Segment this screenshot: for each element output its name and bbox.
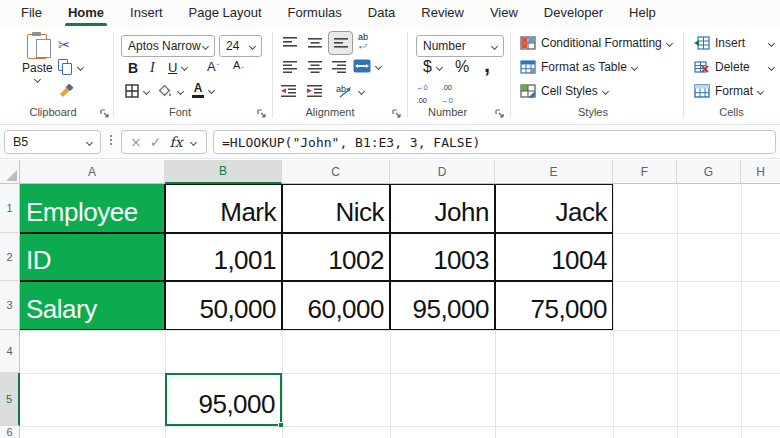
tab-developer[interactable]: Developer bbox=[531, 0, 616, 28]
tab-file[interactable]: File bbox=[8, 0, 55, 28]
gridline bbox=[20, 373, 780, 374]
cell-c3[interactable]: 60,000 bbox=[282, 281, 390, 330]
name-box[interactable]: B5 bbox=[4, 130, 101, 154]
col-header-g[interactable]: G bbox=[677, 160, 741, 184]
cell-a1[interactable]: Employee bbox=[20, 184, 165, 233]
cut-button[interactable]: ✂ bbox=[58, 36, 71, 54]
cell-d1[interactable]: John bbox=[390, 184, 495, 233]
font-family-value: Aptos Narrow bbox=[128, 39, 201, 53]
col-header-c[interactable]: C bbox=[282, 160, 390, 184]
underline-icon: U bbox=[168, 60, 177, 75]
increase-decimal-button[interactable]: ←0 .00 bbox=[416, 84, 428, 104]
formula-input[interactable]: =HLOOKUP("John", B1:E3, 3, FALSE) bbox=[213, 130, 776, 154]
cell-d3[interactable]: 95,000 bbox=[390, 281, 495, 330]
borders-button[interactable] bbox=[125, 84, 149, 98]
col-header-b[interactable]: B bbox=[165, 160, 282, 184]
tab-review[interactable]: Review bbox=[408, 0, 477, 28]
select-all-corner[interactable] bbox=[0, 160, 20, 184]
cell-e2[interactable]: 1004 bbox=[495, 233, 613, 281]
formula-bar-handle[interactable] bbox=[110, 135, 112, 145]
cancel-icon[interactable]: × bbox=[130, 135, 142, 149]
row-header-6[interactable]: 6 bbox=[0, 426, 20, 438]
format-painter-button[interactable] bbox=[58, 84, 75, 100]
tab-formulas[interactable]: Formulas bbox=[275, 0, 355, 28]
enter-icon[interactable]: ✓ bbox=[150, 135, 162, 149]
row-header-3[interactable]: 3 bbox=[0, 281, 20, 330]
italic-button[interactable]: I bbox=[150, 60, 155, 76]
tab-data[interactable]: Data bbox=[355, 0, 408, 28]
insert-cells-button[interactable]: Insert bbox=[694, 36, 774, 50]
col-header-e[interactable]: E bbox=[495, 160, 613, 184]
tab-view[interactable]: View bbox=[477, 0, 531, 28]
orientation-button[interactable]: ab bbox=[336, 83, 364, 99]
comma-style-button[interactable]: , bbox=[484, 52, 490, 78]
tab-help[interactable]: Help bbox=[616, 0, 669, 28]
fill-handle[interactable] bbox=[278, 422, 284, 428]
align-right-button[interactable] bbox=[331, 60, 347, 74]
decrease-font-button[interactable]: Aˆ bbox=[233, 59, 244, 71]
font-family-dropdown[interactable]: Aptos Narrow bbox=[121, 35, 215, 57]
col-header-a[interactable]: A bbox=[20, 160, 165, 184]
cell-a2[interactable]: ID bbox=[20, 233, 165, 281]
insert-function-icon[interactable]: fx bbox=[169, 134, 182, 150]
accounting-format-button[interactable]: $ bbox=[423, 58, 442, 76]
cell-a3[interactable]: Salary bbox=[20, 281, 165, 330]
align-left-button[interactable] bbox=[282, 60, 298, 74]
insert-cells-icon bbox=[694, 36, 710, 50]
row-header-4[interactable]: 4 bbox=[0, 330, 20, 373]
cell-e1[interactable]: Jack bbox=[495, 184, 613, 233]
increase-font-button[interactable]: Aˆ bbox=[207, 59, 219, 74]
bottom-align-icon bbox=[333, 37, 349, 50]
clipboard-dialog-launcher[interactable] bbox=[99, 108, 110, 119]
copy-button[interactable] bbox=[58, 59, 83, 75]
tab-home[interactable]: Home bbox=[55, 0, 117, 28]
middle-align-icon bbox=[307, 36, 323, 49]
tab-insert[interactable]: Insert bbox=[117, 0, 176, 28]
row-header-1[interactable]: 1 bbox=[0, 184, 20, 233]
wrap-text-button[interactable]: ab ⮐ bbox=[358, 33, 368, 51]
select-all-triangle-icon bbox=[6, 170, 17, 181]
col-header-h[interactable]: H bbox=[741, 160, 780, 184]
font-size-dropdown[interactable]: 24 bbox=[219, 35, 262, 57]
cell-c2[interactable]: 1002 bbox=[282, 233, 390, 281]
cell-d2[interactable]: 1003 bbox=[390, 233, 495, 281]
underline-button[interactable]: U bbox=[168, 60, 187, 75]
conditional-formatting-button[interactable]: Conditional Formatting bbox=[520, 36, 672, 50]
chevron-down-icon bbox=[77, 63, 84, 70]
cell-b2[interactable]: 1,001 bbox=[165, 233, 282, 281]
number-format-dropdown[interactable]: Number bbox=[416, 35, 504, 57]
row-header-5[interactable]: 5 bbox=[0, 373, 20, 426]
paste-button[interactable]: Paste bbox=[22, 34, 53, 82]
decrease-decimal-button[interactable]: .00 →0 bbox=[441, 84, 453, 104]
number-dialog-launcher[interactable] bbox=[494, 108, 505, 119]
cell-c1[interactable]: Nick bbox=[282, 184, 390, 233]
cell-b1[interactable]: Mark bbox=[165, 184, 282, 233]
col-header-f[interactable]: F bbox=[613, 160, 677, 184]
bottom-align-button[interactable] bbox=[328, 31, 353, 55]
ribbon: Paste ✂ Clipboard Aptos Narrow 24 bbox=[0, 28, 780, 125]
cell-b3[interactable]: 50,000 bbox=[165, 281, 282, 330]
delete-cells-button[interactable]: Delete bbox=[694, 60, 774, 74]
bold-button[interactable]: B bbox=[128, 60, 138, 76]
format-as-table-button[interactable]: Format as Table bbox=[520, 60, 637, 74]
fill-color-button[interactable] bbox=[158, 84, 183, 98]
col-header-d[interactable]: D bbox=[390, 160, 495, 184]
row-header-2[interactable]: 2 bbox=[0, 233, 20, 281]
percent-style-button[interactable]: % bbox=[455, 58, 469, 76]
middle-align-button[interactable] bbox=[307, 36, 323, 49]
top-align-button[interactable] bbox=[282, 36, 298, 49]
cell-styles-button[interactable]: Cell Styles bbox=[520, 84, 608, 98]
format-cells-button[interactable]: Format bbox=[694, 84, 763, 98]
decrease-indent-button[interactable] bbox=[280, 84, 297, 98]
ribbon-tab-bar: File Home Insert Page Layout Formulas Da… bbox=[0, 0, 780, 28]
merge-center-button[interactable] bbox=[353, 59, 381, 73]
shrink-font-icon: A bbox=[233, 59, 240, 71]
cell-e3[interactable]: 75,000 bbox=[495, 281, 613, 330]
font-color-button[interactable]: A bbox=[192, 82, 214, 98]
font-dialog-launcher[interactable] bbox=[256, 108, 267, 119]
tab-page-layout[interactable]: Page Layout bbox=[176, 0, 275, 28]
increase-indent-button[interactable] bbox=[306, 84, 323, 98]
center-button[interactable] bbox=[307, 60, 323, 74]
cell-b5-selected[interactable]: 95,000 bbox=[165, 373, 282, 426]
worksheet: A B C D E F G H 1 2 3 4 5 6 Employee Mar… bbox=[0, 160, 780, 438]
